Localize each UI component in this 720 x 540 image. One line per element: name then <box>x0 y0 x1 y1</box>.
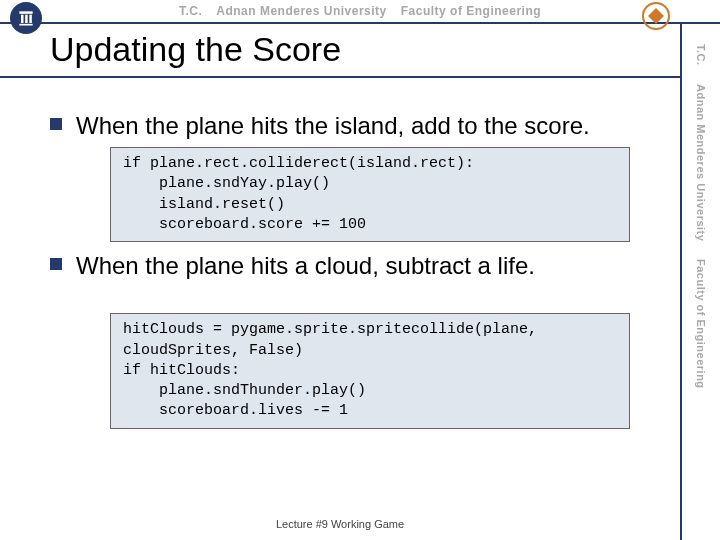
slide-content: When the plane hits the island, add to t… <box>50 110 660 437</box>
svg-rect-4 <box>19 24 32 26</box>
svg-rect-1 <box>21 15 24 23</box>
bullet-text-2: When the plane hits a cloud, subtract a … <box>76 250 535 281</box>
header-university: Adnan Menderes University <box>216 4 387 18</box>
bullet-item: When the plane hits a cloud, subtract a … <box>50 250 660 281</box>
diamond-icon <box>648 8 664 24</box>
bullet-text-1: When the plane hits the island, add to t… <box>76 110 590 141</box>
spacer <box>50 287 660 307</box>
svg-rect-2 <box>25 15 28 23</box>
slide-footer: Lecture #9 Working Game <box>0 518 680 530</box>
slide-title: Updating the Score <box>50 30 341 69</box>
side-tc: T.C. <box>695 44 707 66</box>
bullet-item: When the plane hits the island, add to t… <box>50 110 660 141</box>
code-block-2: hitClouds = pygame.sprite.spritecollide(… <box>110 313 630 428</box>
code-block-1: if plane.rect.colliderect(island.rect): … <box>110 147 630 242</box>
square-bullet-icon <box>50 118 62 130</box>
header-band: T.C. Adnan Menderes University Faculty o… <box>0 0 720 24</box>
side-band: T.C. Adnan Menderes University Faculty o… <box>680 24 720 540</box>
svg-rect-3 <box>29 15 32 23</box>
pillar-icon <box>16 8 36 28</box>
title-underline <box>0 76 680 78</box>
side-university: Adnan Menderes University <box>695 84 707 241</box>
header-tc: T.C. <box>179 4 202 18</box>
university-logo-icon <box>10 2 42 34</box>
header-faculty: Faculty of Engineering <box>401 4 541 18</box>
faculty-seal-icon <box>642 2 670 30</box>
svg-rect-0 <box>19 11 32 14</box>
square-bullet-icon <box>50 258 62 270</box>
side-faculty: Faculty of Engineering <box>695 259 707 389</box>
